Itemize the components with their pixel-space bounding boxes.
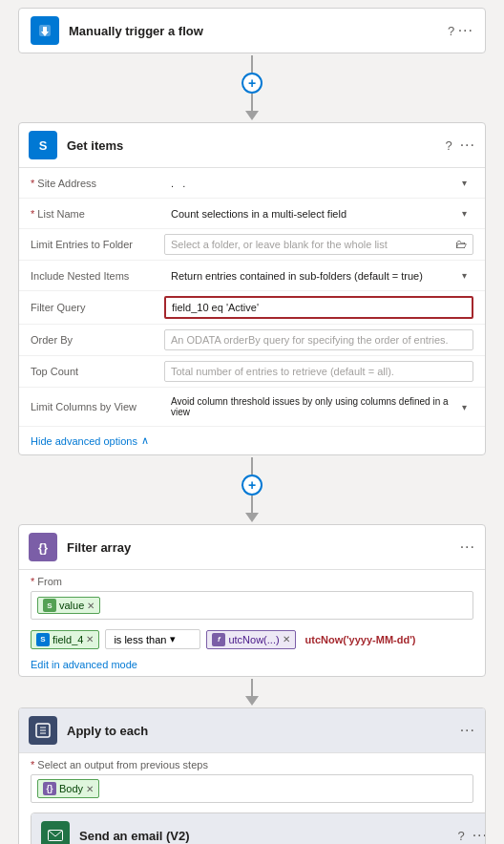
- field4-token-text: field_4: [52, 634, 83, 645]
- connector-line-3: [251, 496, 253, 513]
- field4-token-close[interactable]: ✕: [86, 634, 94, 644]
- list-name-dropdown[interactable]: Count selections in a multi-select field…: [164, 204, 473, 223]
- connector-line: [251, 94, 253, 111]
- body-token: {} Body ✕: [37, 779, 99, 798]
- limit-columns-value: Avoid column threshold issues by only us…: [164, 392, 473, 421]
- condition-operator-arrow: ▾: [170, 633, 176, 645]
- apply-to-each-title: Apply to each: [67, 724, 460, 738]
- filter-array-body: From S value ✕ S field_4 ✕ is less than: [19, 570, 485, 676]
- site-address-arrow: ▾: [462, 178, 467, 188]
- utcnow-token-icon: f: [212, 633, 225, 646]
- list-name-arrow: ▾: [462, 208, 467, 219]
- filter-query-field[interactable]: field_10 eq 'Active': [164, 296, 473, 319]
- send-email-more-icon[interactable]: ···: [472, 827, 486, 844]
- nested-items-text: Return entries contained in sub-folders …: [171, 270, 423, 282]
- connector-line-4: [251, 679, 253, 696]
- select-output-field[interactable]: {} Body ✕: [31, 774, 473, 803]
- apply-to-each-header: Apply to each ···: [19, 708, 485, 753]
- limit-columns-row: Limit Columns by View Avoid column thres…: [19, 388, 485, 427]
- send-email-icon: [41, 821, 70, 844]
- filter-array-actions: ···: [460, 538, 475, 556]
- add-step-button-2[interactable]: +: [242, 475, 262, 496]
- filter-array-icon: {}: [29, 533, 57, 561]
- filter-array-card: {} Filter array ··· From S value ✕ S: [18, 524, 486, 677]
- get-items-help-icon[interactable]: ?: [445, 138, 452, 153]
- value-token-close[interactable]: ✕: [87, 601, 94, 611]
- condition-operator-text: is less than: [114, 634, 166, 645]
- top-count-placeholder: Total number of entries to retrieve (def…: [171, 366, 394, 377]
- trigger-title: Manually trigger a flow: [69, 24, 448, 38]
- apply-to-each-more-icon[interactable]: ···: [460, 722, 475, 739]
- add-step-button[interactable]: +: [242, 73, 262, 94]
- nested-items-value: Return entries contained in sub-folders …: [164, 266, 473, 285]
- connector-line: [251, 55, 253, 73]
- site-address-value: . . ▾: [164, 174, 473, 193]
- limit-columns-dropdown[interactable]: Avoid column threshold issues by only us…: [164, 392, 473, 421]
- apply-to-each-icon: [29, 716, 57, 745]
- top-count-field[interactable]: Total number of entries to retrieve (def…: [164, 361, 473, 382]
- get-items-icon: S: [29, 131, 57, 159]
- field4-token-icon: S: [36, 633, 50, 646]
- apply-to-each-actions: ···: [460, 722, 475, 739]
- value-token: S value ✕: [37, 597, 100, 614]
- limit-folder-field[interactable]: Select a folder, or leave blank for the …: [164, 234, 473, 255]
- utcnow-expression: utcNow('yyyy-MM-dd'): [305, 634, 416, 645]
- trigger-more-icon[interactable]: ···: [458, 22, 473, 39]
- utcnow-token-close[interactable]: ✕: [283, 634, 290, 644]
- order-by-row: Order By An ODATA orderBy query for spec…: [19, 325, 485, 356]
- condition-operator-dropdown[interactable]: is less than ▾: [105, 629, 200, 649]
- flow-container: Manually trigger a flow ? ··· + S Get it…: [0, 0, 504, 844]
- trigger-icon: [31, 16, 59, 45]
- send-email-title: Send an email (V2): [79, 829, 457, 843]
- top-count-value: Total number of entries to retrieve (def…: [164, 361, 473, 382]
- list-name-label: List Name: [31, 208, 164, 220]
- order-by-field[interactable]: An ODATA orderBy query for specifying th…: [164, 329, 473, 350]
- filter-query-text: field_10 eq 'Active': [172, 302, 259, 313]
- order-by-value: An ODATA orderBy query for specifying th…: [164, 329, 473, 350]
- limit-folder-label: Limit Entries to Folder: [31, 239, 164, 250]
- send-email-header: Send an email (V2) ? ···: [32, 813, 486, 844]
- connector-arrow-2: [245, 513, 259, 522]
- limit-folder-placeholder: Select a folder, or leave blank for the …: [171, 239, 388, 250]
- filter-array-more-icon[interactable]: ···: [460, 538, 475, 556]
- apply-to-each-card: Apply to each ··· Select an output from …: [18, 707, 486, 844]
- filter-array-title: Filter array: [67, 540, 460, 555]
- filter-query-value: field_10 eq 'Active': [164, 296, 473, 319]
- connector-arrow: [245, 111, 259, 120]
- connector-2: +: [242, 457, 262, 522]
- apply-to-each-body: Select an output from previous steps {} …: [19, 753, 485, 844]
- field4-token: S field_4 ✕: [31, 630, 99, 649]
- limit-folder-row: Limit Entries to Folder Select a folder,…: [19, 229, 485, 261]
- limit-columns-arrow: ▾: [462, 402, 467, 412]
- site-address-dropdown[interactable]: . . ▾: [164, 174, 473, 193]
- site-address-label: Site Address: [31, 178, 164, 189]
- get-items-title: Get items: [67, 138, 445, 153]
- connector-1: +: [242, 55, 262, 120]
- edit-advanced-btn[interactable]: Edit in advanced mode: [19, 653, 485, 676]
- get-items-body: Site Address . . ▾ List Name Count selec…: [19, 168, 485, 454]
- from-token-field[interactable]: S value ✕: [31, 591, 473, 620]
- connector-arrow-3: [245, 696, 259, 706]
- get-items-more-icon[interactable]: ···: [460, 137, 475, 154]
- value-token-text: value: [59, 600, 84, 611]
- site-address-row: Site Address . . ▾: [19, 168, 485, 199]
- hide-advanced-btn[interactable]: Hide advanced options ∧: [19, 427, 485, 454]
- top-count-row: Top Count Total number of entries to ret…: [19, 356, 485, 388]
- nested-items-label: Include Nested Items: [31, 270, 164, 282]
- send-email-help-icon[interactable]: ?: [457, 829, 464, 843]
- send-email-card: Send an email (V2) ? ··· To: [31, 812, 486, 844]
- order-by-label: Order By: [31, 334, 164, 346]
- from-label: From: [31, 576, 473, 587]
- select-output-label: Select an output from previous steps: [31, 759, 473, 770]
- utcnow-token: f utcNow(...) ✕: [206, 630, 295, 649]
- body-token-text: Body: [59, 783, 83, 794]
- hide-advanced-chevron: ∧: [141, 434, 149, 447]
- nested-items-dropdown[interactable]: Return entries contained in sub-folders …: [164, 266, 473, 285]
- utcnow-token-text: utcNow(...): [228, 634, 279, 645]
- nested-items-arrow: ▾: [462, 270, 467, 281]
- trigger-help-icon[interactable]: ?: [448, 24, 454, 38]
- trigger-card: Manually trigger a flow ? ···: [18, 8, 486, 53]
- list-name-text: Count selections in a multi-select field: [171, 208, 346, 220]
- body-token-close[interactable]: ✕: [86, 784, 94, 794]
- list-name-row: List Name Count selections in a multi-se…: [19, 199, 485, 229]
